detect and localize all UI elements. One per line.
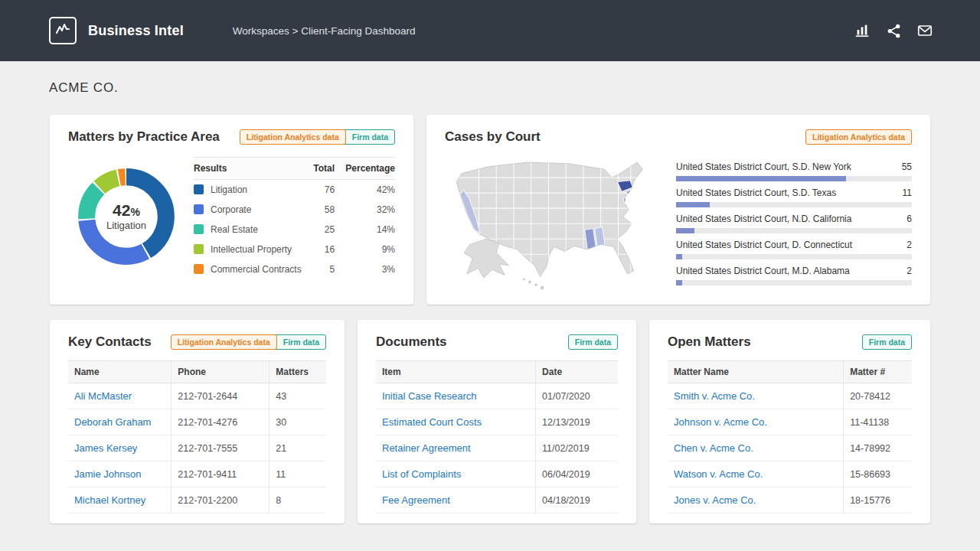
- col-header-total: Total: [302, 158, 335, 180]
- matters-by-practice-area-card: Matters by Practice Area Litigation Anal…: [50, 115, 413, 305]
- practice-area-row: Commercial Contracts53%: [194, 259, 395, 279]
- contact-matters-cell: 43: [270, 383, 326, 409]
- matter-name-link[interactable]: Watson v. Acme Co.: [674, 468, 763, 480]
- bar-track: [676, 228, 912, 233]
- pulse-chart-icon: [54, 20, 72, 41]
- col-header-percentage: Percentage: [335, 158, 395, 180]
- document-date-cell: 04/18/2019: [536, 487, 618, 514]
- contact-phone-cell: 212-701-9411: [172, 461, 270, 487]
- contact-phone-cell: 212-701-2644: [172, 383, 270, 409]
- open-matters-card: Open Matters Firm data Matter Name Matte…: [649, 320, 930, 523]
- legend-swatch: [194, 244, 204, 254]
- matter-name-link[interactable]: Smith v. Acme Co.: [674, 390, 755, 402]
- matter-name-link[interactable]: Jones v. Acme Co.: [674, 494, 756, 506]
- card-title-practice-area: Matters by Practice Area: [68, 129, 220, 145]
- contact-name-cell: James Kersey: [68, 435, 172, 461]
- legend-swatch: [194, 204, 204, 214]
- col-header-matters: Matters: [270, 361, 326, 383]
- matter-name-cell: Watson v. Acme Co.: [668, 461, 844, 487]
- firm-data-badge: Firm data: [862, 334, 912, 350]
- share-icon[interactable]: [884, 21, 903, 40]
- contact-name-cell: Jamie Johnson: [68, 461, 172, 487]
- table-row: Smith v. Acme Co.20-78412: [668, 383, 912, 409]
- contact-name-cell: Michael Kortney: [68, 487, 172, 514]
- court-bar-row: United States District Court, S.D. Texas…: [676, 187, 912, 207]
- donut-svg: [71, 161, 181, 272]
- percentage-cell: 42%: [335, 180, 395, 201]
- key-contacts-header-row: Name Phone Matters: [68, 361, 326, 383]
- col-header-matter-name: Matter Name: [668, 361, 844, 383]
- contact-phone-cell: 212-701-4276: [172, 409, 270, 435]
- table-row: Jamie Johnson212-701-941111: [68, 461, 326, 487]
- practice-label-cell: Commercial Contracts: [194, 259, 302, 279]
- document-date-cell: 01/07/2020: [536, 383, 618, 409]
- bar-fill: [676, 228, 694, 233]
- practice-label-cell: Corporate: [194, 200, 302, 220]
- document-item-cell: Estimated Court Costs: [376, 409, 536, 435]
- practice-label-cell: Litigation: [194, 180, 302, 201]
- court-name: United States District Court, S.D. Texas: [676, 187, 836, 198]
- document-item-link[interactable]: Fee Agreement: [382, 494, 450, 506]
- practice-area-row: Real Estate2514%: [194, 220, 395, 240]
- table-row: Johnson v. Acme Co.11-41138: [668, 409, 912, 435]
- col-header-date: Date: [536, 361, 618, 383]
- percentage-cell: 14%: [335, 220, 395, 240]
- analytics-icon[interactable]: [853, 21, 871, 40]
- table-row: Watson v. Acme Co.15-86693: [668, 461, 912, 487]
- topbar-actions: [853, 21, 934, 40]
- table-row: James Kersey212-701-755521: [68, 435, 326, 461]
- table-row: Michael Kortney212-701-22008: [68, 487, 326, 514]
- breadcrumb[interactable]: Workspaces > Client-Facing Dashboard: [233, 25, 416, 37]
- us-map-svg: [445, 155, 659, 295]
- practice-area-header-row: Results Total Percentage: [194, 158, 395, 180]
- contact-name-link[interactable]: Jamie Johnson: [74, 468, 141, 480]
- practice-area-row: Litigation7642%: [194, 180, 395, 201]
- document-item-link[interactable]: List of Complaints: [382, 468, 461, 480]
- firm-data-badge: Firm data: [568, 334, 618, 350]
- firm-data-badge: Firm data: [273, 334, 326, 350]
- matter-name-cell: Smith v. Acme Co.: [668, 383, 844, 409]
- matter-number-cell: 18-15776: [844, 487, 912, 514]
- total-cell: 16: [302, 240, 335, 259]
- card-title-documents: Documents: [376, 334, 447, 350]
- document-item-link[interactable]: Initial Case Research: [382, 390, 477, 402]
- bar-fill: [676, 176, 846, 181]
- open-matters-header-row: Matter Name Matter #: [668, 361, 912, 383]
- mail-icon[interactable]: [916, 21, 934, 40]
- litigation-analytics-data-badge: Litigation Analytics data: [171, 334, 277, 350]
- document-item-cell: Fee Agreement: [376, 487, 536, 514]
- contact-name-link[interactable]: Michael Kortney: [74, 494, 145, 506]
- col-header-item: Item: [376, 361, 536, 383]
- table-row: Chen v. Acme Co.14-78992: [668, 435, 912, 461]
- bar-fill: [676, 254, 682, 259]
- table-row: Initial Case Research01/07/2020: [376, 383, 618, 409]
- contact-name-link[interactable]: Ali McMaster: [74, 390, 132, 402]
- practice-area-row: Corporate5832%: [194, 200, 395, 220]
- contact-name-link[interactable]: Deborah Graham: [74, 416, 151, 428]
- litigation-analytics-data-badge: Litigation Analytics data: [805, 129, 912, 145]
- contact-name-link[interactable]: James Kersey: [74, 442, 137, 454]
- percentage-cell: 9%: [335, 240, 395, 259]
- legend-swatch: [194, 184, 204, 194]
- document-item-link[interactable]: Estimated Court Costs: [382, 416, 482, 428]
- bar-fill: [676, 202, 710, 207]
- matter-name-link[interactable]: Johnson v. Acme Co.: [674, 416, 767, 428]
- contact-name-cell: Deborah Graham: [68, 409, 172, 435]
- col-header-results: Results: [194, 158, 302, 180]
- matter-number-cell: 11-41138: [844, 409, 912, 435]
- percentage-cell: 3%: [335, 259, 395, 279]
- client-name-heading: ACME CO.: [49, 80, 118, 96]
- matter-name-link[interactable]: Chen v. Acme Co.: [674, 442, 753, 454]
- card-title-open-matters: Open Matters: [668, 334, 751, 350]
- table-row: Estimated Court Costs12/13/2019: [376, 409, 618, 435]
- app-logo[interactable]: [49, 17, 77, 44]
- practice-label-cell: Real Estate: [194, 220, 302, 240]
- court-bar-row: United States District Court, N.D. Calif…: [676, 214, 912, 233]
- table-row: Ali McMaster212-701-264443: [68, 383, 326, 409]
- document-item-link[interactable]: Retainer Agreement: [382, 442, 471, 454]
- documents-table: Item Date Initial Case Research01/07/202…: [376, 360, 618, 514]
- practice-area-donut-chart: 42% Litigation: [71, 161, 181, 272]
- legend-swatch: [194, 264, 204, 274]
- matter-number-cell: 20-78412: [844, 383, 912, 409]
- matter-name-cell: Jones v. Acme Co.: [668, 487, 844, 514]
